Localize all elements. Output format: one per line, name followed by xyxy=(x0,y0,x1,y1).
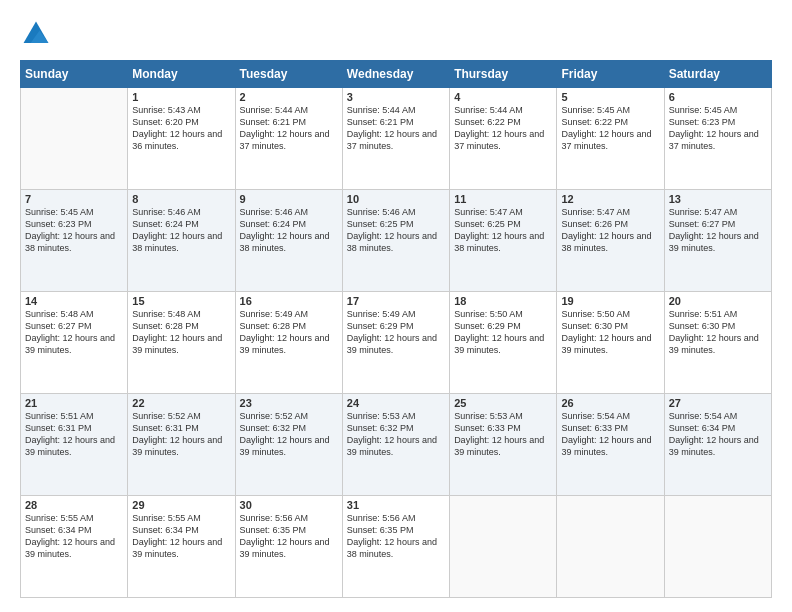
day-cell: 17 Sunrise: 5:49 AMSunset: 6:29 PMDaylig… xyxy=(342,292,449,394)
col-header-sunday: Sunday xyxy=(21,61,128,88)
day-cell: 19 Sunrise: 5:50 AMSunset: 6:30 PMDaylig… xyxy=(557,292,664,394)
cell-info: Sunrise: 5:46 AMSunset: 6:24 PMDaylight:… xyxy=(240,206,338,255)
day-number: 19 xyxy=(561,295,659,307)
col-header-friday: Friday xyxy=(557,61,664,88)
cell-info: Sunrise: 5:55 AMSunset: 6:34 PMDaylight:… xyxy=(132,512,230,561)
day-cell: 8 Sunrise: 5:46 AMSunset: 6:24 PMDayligh… xyxy=(128,190,235,292)
day-cell: 11 Sunrise: 5:47 AMSunset: 6:25 PMDaylig… xyxy=(450,190,557,292)
day-number: 13 xyxy=(669,193,767,205)
col-header-monday: Monday xyxy=(128,61,235,88)
day-number: 20 xyxy=(669,295,767,307)
calendar-table: SundayMondayTuesdayWednesdayThursdayFrid… xyxy=(20,60,772,598)
day-cell: 31 Sunrise: 5:56 AMSunset: 6:35 PMDaylig… xyxy=(342,496,449,598)
day-cell: 5 Sunrise: 5:45 AMSunset: 6:22 PMDayligh… xyxy=(557,88,664,190)
cell-info: Sunrise: 5:45 AMSunset: 6:23 PMDaylight:… xyxy=(25,206,123,255)
day-number: 14 xyxy=(25,295,123,307)
day-cell: 14 Sunrise: 5:48 AMSunset: 6:27 PMDaylig… xyxy=(21,292,128,394)
cell-info: Sunrise: 5:46 AMSunset: 6:25 PMDaylight:… xyxy=(347,206,445,255)
day-cell: 12 Sunrise: 5:47 AMSunset: 6:26 PMDaylig… xyxy=(557,190,664,292)
day-cell: 27 Sunrise: 5:54 AMSunset: 6:34 PMDaylig… xyxy=(664,394,771,496)
cell-info: Sunrise: 5:46 AMSunset: 6:24 PMDaylight:… xyxy=(132,206,230,255)
day-number: 22 xyxy=(132,397,230,409)
header xyxy=(20,18,772,50)
week-row-3: 14 Sunrise: 5:48 AMSunset: 6:27 PMDaylig… xyxy=(21,292,772,394)
day-number: 10 xyxy=(347,193,445,205)
day-number: 5 xyxy=(561,91,659,103)
week-row-2: 7 Sunrise: 5:45 AMSunset: 6:23 PMDayligh… xyxy=(21,190,772,292)
day-number: 11 xyxy=(454,193,552,205)
day-cell: 6 Sunrise: 5:45 AMSunset: 6:23 PMDayligh… xyxy=(664,88,771,190)
col-header-tuesday: Tuesday xyxy=(235,61,342,88)
col-header-thursday: Thursday xyxy=(450,61,557,88)
day-number: 12 xyxy=(561,193,659,205)
cell-info: Sunrise: 5:48 AMSunset: 6:27 PMDaylight:… xyxy=(25,308,123,357)
day-cell: 24 Sunrise: 5:53 AMSunset: 6:32 PMDaylig… xyxy=(342,394,449,496)
cell-info: Sunrise: 5:45 AMSunset: 6:23 PMDaylight:… xyxy=(669,104,767,153)
day-cell: 25 Sunrise: 5:53 AMSunset: 6:33 PMDaylig… xyxy=(450,394,557,496)
day-cell: 2 Sunrise: 5:44 AMSunset: 6:21 PMDayligh… xyxy=(235,88,342,190)
day-number: 29 xyxy=(132,499,230,511)
day-cell xyxy=(557,496,664,598)
day-cell: 16 Sunrise: 5:49 AMSunset: 6:28 PMDaylig… xyxy=(235,292,342,394)
day-number: 26 xyxy=(561,397,659,409)
day-number: 27 xyxy=(669,397,767,409)
day-number: 2 xyxy=(240,91,338,103)
day-cell: 26 Sunrise: 5:54 AMSunset: 6:33 PMDaylig… xyxy=(557,394,664,496)
day-cell: 29 Sunrise: 5:55 AMSunset: 6:34 PMDaylig… xyxy=(128,496,235,598)
cell-info: Sunrise: 5:54 AMSunset: 6:34 PMDaylight:… xyxy=(669,410,767,459)
cell-info: Sunrise: 5:50 AMSunset: 6:30 PMDaylight:… xyxy=(561,308,659,357)
day-number: 15 xyxy=(132,295,230,307)
day-cell: 9 Sunrise: 5:46 AMSunset: 6:24 PMDayligh… xyxy=(235,190,342,292)
cell-info: Sunrise: 5:44 AMSunset: 6:21 PMDaylight:… xyxy=(347,104,445,153)
day-number: 18 xyxy=(454,295,552,307)
cell-info: Sunrise: 5:51 AMSunset: 6:30 PMDaylight:… xyxy=(669,308,767,357)
cell-info: Sunrise: 5:48 AMSunset: 6:28 PMDaylight:… xyxy=(132,308,230,357)
day-number: 9 xyxy=(240,193,338,205)
day-cell: 10 Sunrise: 5:46 AMSunset: 6:25 PMDaylig… xyxy=(342,190,449,292)
cell-info: Sunrise: 5:50 AMSunset: 6:29 PMDaylight:… xyxy=(454,308,552,357)
day-cell: 4 Sunrise: 5:44 AMSunset: 6:22 PMDayligh… xyxy=(450,88,557,190)
cell-info: Sunrise: 5:47 AMSunset: 6:26 PMDaylight:… xyxy=(561,206,659,255)
cell-info: Sunrise: 5:43 AMSunset: 6:20 PMDaylight:… xyxy=(132,104,230,153)
col-header-wednesday: Wednesday xyxy=(342,61,449,88)
day-cell: 21 Sunrise: 5:51 AMSunset: 6:31 PMDaylig… xyxy=(21,394,128,496)
cell-info: Sunrise: 5:44 AMSunset: 6:21 PMDaylight:… xyxy=(240,104,338,153)
day-number: 16 xyxy=(240,295,338,307)
day-number: 17 xyxy=(347,295,445,307)
day-number: 28 xyxy=(25,499,123,511)
day-number: 25 xyxy=(454,397,552,409)
day-cell: 1 Sunrise: 5:43 AMSunset: 6:20 PMDayligh… xyxy=(128,88,235,190)
day-number: 3 xyxy=(347,91,445,103)
cell-info: Sunrise: 5:49 AMSunset: 6:28 PMDaylight:… xyxy=(240,308,338,357)
day-number: 24 xyxy=(347,397,445,409)
day-cell xyxy=(21,88,128,190)
day-number: 31 xyxy=(347,499,445,511)
header-row: SundayMondayTuesdayWednesdayThursdayFrid… xyxy=(21,61,772,88)
week-row-1: 1 Sunrise: 5:43 AMSunset: 6:20 PMDayligh… xyxy=(21,88,772,190)
cell-info: Sunrise: 5:56 AMSunset: 6:35 PMDaylight:… xyxy=(347,512,445,561)
day-cell: 3 Sunrise: 5:44 AMSunset: 6:21 PMDayligh… xyxy=(342,88,449,190)
day-number: 30 xyxy=(240,499,338,511)
day-cell xyxy=(450,496,557,598)
day-cell: 28 Sunrise: 5:55 AMSunset: 6:34 PMDaylig… xyxy=(21,496,128,598)
day-cell: 23 Sunrise: 5:52 AMSunset: 6:32 PMDaylig… xyxy=(235,394,342,496)
cell-info: Sunrise: 5:47 AMSunset: 6:27 PMDaylight:… xyxy=(669,206,767,255)
day-number: 7 xyxy=(25,193,123,205)
cell-info: Sunrise: 5:44 AMSunset: 6:22 PMDaylight:… xyxy=(454,104,552,153)
cell-info: Sunrise: 5:53 AMSunset: 6:32 PMDaylight:… xyxy=(347,410,445,459)
cell-info: Sunrise: 5:52 AMSunset: 6:32 PMDaylight:… xyxy=(240,410,338,459)
day-number: 4 xyxy=(454,91,552,103)
day-number: 21 xyxy=(25,397,123,409)
cell-info: Sunrise: 5:45 AMSunset: 6:22 PMDaylight:… xyxy=(561,104,659,153)
cell-info: Sunrise: 5:55 AMSunset: 6:34 PMDaylight:… xyxy=(25,512,123,561)
day-cell: 18 Sunrise: 5:50 AMSunset: 6:29 PMDaylig… xyxy=(450,292,557,394)
cell-info: Sunrise: 5:52 AMSunset: 6:31 PMDaylight:… xyxy=(132,410,230,459)
day-number: 1 xyxy=(132,91,230,103)
cell-info: Sunrise: 5:53 AMSunset: 6:33 PMDaylight:… xyxy=(454,410,552,459)
cell-info: Sunrise: 5:54 AMSunset: 6:33 PMDaylight:… xyxy=(561,410,659,459)
col-header-saturday: Saturday xyxy=(664,61,771,88)
cell-info: Sunrise: 5:47 AMSunset: 6:25 PMDaylight:… xyxy=(454,206,552,255)
day-cell: 22 Sunrise: 5:52 AMSunset: 6:31 PMDaylig… xyxy=(128,394,235,496)
day-cell: 30 Sunrise: 5:56 AMSunset: 6:35 PMDaylig… xyxy=(235,496,342,598)
day-cell: 13 Sunrise: 5:47 AMSunset: 6:27 PMDaylig… xyxy=(664,190,771,292)
